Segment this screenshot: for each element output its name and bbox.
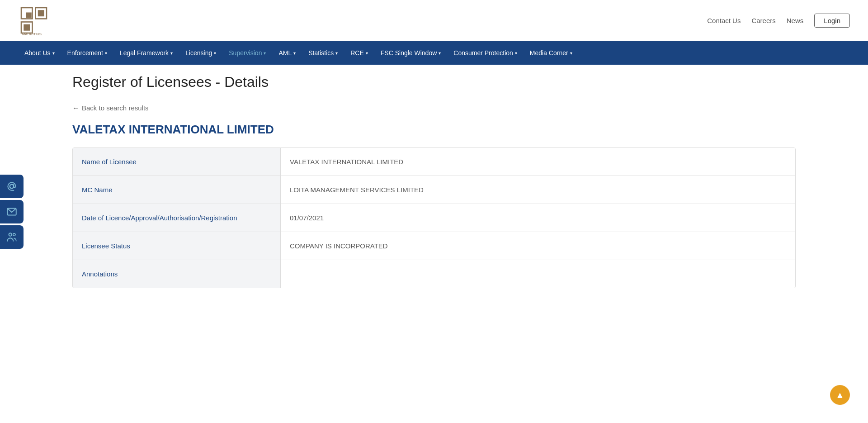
chevron-down-icon: ▾ <box>515 51 517 56</box>
label-name-of-licensee: Name of Licensee <box>73 148 281 176</box>
chevron-down-icon: ▾ <box>264 51 266 56</box>
header: MAURITIUS Contact Us Careers News Login <box>0 0 868 41</box>
svg-text:MAURITIUS: MAURITIUS <box>22 32 42 36</box>
value-date-of-licence: 01/07/2021 <box>281 204 795 232</box>
envelope-icon <box>6 206 18 218</box>
news-link[interactable]: News <box>787 17 804 24</box>
svg-point-10 <box>13 233 15 235</box>
chevron-down-icon: ▾ <box>105 51 107 56</box>
header-links: Contact Us Careers News Login <box>707 14 850 28</box>
table-row: MC Name LOITA MANAGEMENT SERVICES LIMITE… <box>73 176 795 204</box>
details-card: Name of Licensee VALETAX INTERNATIONAL L… <box>72 147 796 288</box>
community-button[interactable] <box>0 225 24 249</box>
newsletter-button[interactable] <box>0 200 24 223</box>
company-name: VALETAX INTERNATIONAL LIMITED <box>72 123 796 137</box>
nav-item-supervision[interactable]: Supervision ▾ <box>222 41 272 65</box>
chevron-down-icon: ▾ <box>293 51 296 56</box>
login-button[interactable]: Login <box>814 14 850 28</box>
email-button[interactable] <box>0 175 24 198</box>
fsc-logo: MAURITIUS <box>18 5 50 36</box>
nav-item-licensing[interactable]: Licensing ▾ <box>179 41 222 65</box>
at-sign-icon <box>6 181 18 192</box>
svg-rect-3 <box>38 10 44 16</box>
label-date-of-licence: Date of Licence/Approval/Authorisation/R… <box>73 204 281 232</box>
label-annotations: Annotations <box>73 260 281 288</box>
nav-item-about-us[interactable]: About Us ▾ <box>18 41 61 65</box>
nav-item-enforcement[interactable]: Enforcement ▾ <box>61 41 113 65</box>
back-to-search-link[interactable]: ← Back to search results <box>72 104 149 112</box>
nav-bar: About Us ▾ Enforcement ▾ Legal Framework… <box>0 41 868 65</box>
users-icon <box>6 231 18 243</box>
chevron-down-icon: ▾ <box>570 51 572 56</box>
chevron-down-icon: ▾ <box>335 51 338 56</box>
label-mc-name: MC Name <box>73 176 281 204</box>
nav-item-aml[interactable]: AML ▾ <box>272 41 302 65</box>
nav-item-fsc-single-window[interactable]: FSC Single Window ▾ <box>374 41 448 65</box>
nav-item-statistics[interactable]: Statistics ▾ <box>302 41 344 65</box>
chevron-down-icon: ▾ <box>52 51 55 56</box>
nav-item-consumer-protection[interactable]: Consumer Protection ▾ <box>447 41 524 65</box>
table-row: Name of Licensee VALETAX INTERNATIONAL L… <box>73 148 795 176</box>
logo-area: MAURITIUS <box>18 5 50 36</box>
label-licensee-status: Licensee Status <box>73 232 281 260</box>
chevron-down-icon: ▾ <box>439 51 441 56</box>
value-annotations <box>281 260 795 288</box>
nav-item-legal-framework[interactable]: Legal Framework ▾ <box>113 41 179 65</box>
table-row: Licensee Status COMPANY IS INCORPORATED <box>73 232 795 260</box>
value-mc-name: LOITA MANAGEMENT SERVICES LIMITED <box>281 176 795 204</box>
table-row: Date of Licence/Approval/Authorisation/R… <box>73 204 795 232</box>
page-title: Register of Licensees - Details <box>72 74 796 90</box>
chevron-down-icon: ▾ <box>366 51 368 56</box>
careers-link[interactable]: Careers <box>751 17 775 24</box>
value-name-of-licensee: VALETAX INTERNATIONAL LIMITED <box>281 148 795 176</box>
svg-point-9 <box>9 233 12 236</box>
nav-item-rce[interactable]: RCE ▾ <box>344 41 374 65</box>
nav-item-media-corner[interactable]: Media Corner ▾ <box>524 41 579 65</box>
arrow-left-icon: ← <box>72 104 79 112</box>
chevron-down-icon: ▾ <box>214 51 216 56</box>
value-licensee-status: COMPANY IS INCORPORATED <box>281 232 795 260</box>
table-row: Annotations <box>73 260 795 288</box>
chevron-down-icon: ▾ <box>170 51 173 56</box>
sidebar-float <box>0 175 24 249</box>
contact-us-link[interactable]: Contact Us <box>707 17 741 24</box>
page-content: Register of Licensees - Details ← Back t… <box>0 65 868 306</box>
svg-rect-1 <box>26 13 32 18</box>
svg-rect-5 <box>24 24 30 31</box>
